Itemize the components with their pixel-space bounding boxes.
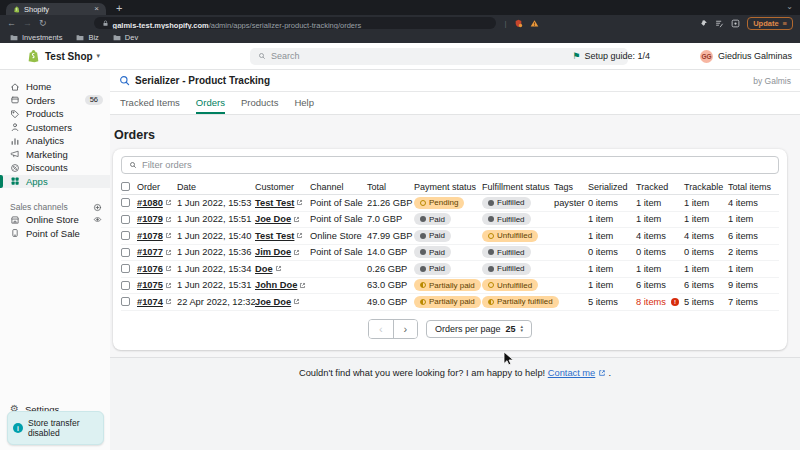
- customer-link[interactable]: Joe Doe: [255, 214, 291, 224]
- cell-trackable: 1 item: [684, 214, 728, 224]
- sidebar-item-online-store[interactable]: Online Store: [0, 213, 110, 227]
- warning-triangle-icon[interactable]: [530, 19, 539, 28]
- contact-me-link[interactable]: Contact me: [548, 368, 596, 378]
- store-transfer-banner[interactable]: iStore transfer disabled: [7, 411, 104, 445]
- url-bar[interactable]: galmis-test.myshopify.com/admin/apps/ser…: [94, 17, 496, 29]
- sidebar-item-customers[interactable]: Customers: [0, 121, 110, 135]
- add-channel-icon[interactable]: [93, 203, 102, 212]
- forward-icon[interactable]: →: [23, 19, 32, 28]
- order-link[interactable]: #1078: [137, 231, 163, 241]
- order-link[interactable]: #1074: [137, 297, 163, 307]
- chevron-down-icon[interactable]: ⌄: [786, 2, 793, 11]
- next-page-button[interactable]: ›: [393, 320, 417, 338]
- tab-orders[interactable]: Orders: [196, 92, 225, 114]
- filter-orders-input[interactable]: Filter orders: [121, 156, 779, 174]
- bookmark-folder[interactable]: Dev: [113, 33, 138, 42]
- new-tab-icon[interactable]: +: [116, 2, 122, 14]
- orders-count-badge: 56: [85, 95, 103, 105]
- sidebar-item-apps[interactable]: Apps: [0, 175, 110, 189]
- sidebar-item-discounts[interactable]: Discounts: [0, 161, 110, 175]
- row-checkbox[interactable]: [121, 215, 130, 224]
- row-checkbox[interactable]: [121, 248, 130, 257]
- reading-list-icon[interactable]: [715, 19, 724, 28]
- prev-page-button[interactable]: ‹: [369, 320, 393, 338]
- customer-link[interactable]: Jim Doe: [255, 247, 291, 257]
- update-button[interactable]: Update≡: [747, 17, 793, 30]
- customer-link[interactable]: Test Test: [255, 231, 294, 241]
- sidebar-item-point-of-sale[interactable]: Point of Sale: [0, 227, 110, 241]
- table-row[interactable]: #1074 22 Apr 2022, 12:32 Joe Doe 49.0 GB…: [121, 294, 779, 311]
- view-store-eye-icon[interactable]: [93, 215, 102, 224]
- table-row[interactable]: #1076 1 Jun 2022, 15:34 Doe 0.26 GBP Pai…: [121, 261, 779, 278]
- row-checkbox[interactable]: [121, 198, 130, 207]
- row-checkbox[interactable]: [121, 231, 130, 240]
- customer-link[interactable]: Joe Doe: [255, 297, 291, 307]
- col-customer[interactable]: Customer: [255, 182, 310, 192]
- close-tab-icon[interactable]: ×: [94, 5, 99, 13]
- sidebar-item-orders[interactable]: Orders56: [0, 94, 110, 108]
- cell-tracked: 4 items!: [636, 231, 684, 241]
- col-serialized[interactable]: Serialized: [588, 182, 636, 192]
- sidebar-item-products[interactable]: Products: [0, 107, 110, 121]
- cell-total: 7.0 GBP: [367, 214, 414, 224]
- table-row[interactable]: #1079 1 Jun 2022, 15:51 Joe Doe Point of…: [121, 212, 779, 229]
- tab-help[interactable]: Help: [294, 92, 314, 114]
- row-checkbox[interactable]: [121, 297, 130, 306]
- col-date[interactable]: Date: [177, 182, 255, 192]
- col-total-items[interactable]: Total items: [728, 182, 779, 192]
- shield-extension-icon[interactable]: [514, 19, 523, 28]
- setup-guide-button[interactable]: ⚑Setup guide: 1/4: [572, 51, 650, 61]
- order-link[interactable]: #1077: [137, 247, 163, 257]
- row-checkbox[interactable]: [121, 264, 130, 273]
- table-row[interactable]: #1075 1 Jun 2022, 15:31 John Doe 63.0 GB…: [121, 278, 779, 295]
- sidebar-item-home[interactable]: Home: [0, 80, 110, 94]
- cell-date: 1 Jun 2022, 15:34: [177, 264, 255, 274]
- col-fulfillment-status[interactable]: Fulfillment status: [482, 182, 554, 192]
- cell-serialized: 1 item: [588, 214, 636, 224]
- status-dot-icon: [488, 216, 494, 222]
- select-all-checkbox[interactable]: [121, 182, 130, 191]
- col-trackable[interactable]: Trackable: [684, 182, 728, 192]
- table-row[interactable]: #1080 1 Jun 2022, 15:53 Test Test Point …: [121, 195, 779, 212]
- store-name[interactable]: Test Shop: [45, 51, 93, 62]
- row-checkbox[interactable]: [121, 281, 130, 290]
- col-channel[interactable]: Channel: [310, 182, 367, 192]
- bookmark-folder[interactable]: Investments: [10, 33, 62, 42]
- customer-link[interactable]: John Doe: [255, 280, 297, 290]
- tab-tracked-items[interactable]: Tracked Items: [120, 92, 180, 114]
- customer-link[interactable]: Doe: [255, 264, 273, 274]
- col-payment-status[interactable]: Payment status: [414, 182, 482, 192]
- cell-trackable: 0 items: [684, 247, 728, 257]
- cell-tracked: 1 item!: [636, 264, 684, 274]
- sidebar-item-marketing[interactable]: Marketing: [0, 148, 110, 162]
- table-row[interactable]: #1077 1 Jun 2022, 15:36 Jim Doe Point of…: [121, 245, 779, 262]
- table-row[interactable]: #1078 1 Jun 2022, 15:40 Test Test Online…: [121, 228, 779, 245]
- point-of-sale-icon: [10, 228, 20, 238]
- browser-tab[interactable]: Shopify ×: [6, 3, 106, 15]
- status-dot-icon: [420, 282, 426, 288]
- col-tags[interactable]: Tags: [554, 182, 588, 192]
- per-page-select[interactable]: Orders per page 25 ▴▾: [426, 320, 532, 338]
- profile-icon[interactable]: [731, 19, 740, 28]
- bookmark-folder[interactable]: Biz: [76, 33, 98, 42]
- customer-link[interactable]: Test Test: [255, 198, 294, 208]
- reload-icon[interactable]: ↻: [39, 19, 47, 28]
- extensions-pin-icon[interactable]: [699, 19, 708, 28]
- cell-channel: Point of Sale: [310, 198, 367, 208]
- order-link[interactable]: #1076: [137, 264, 163, 274]
- col-order[interactable]: Order: [137, 182, 177, 192]
- back-icon[interactable]: ←: [7, 19, 16, 28]
- col-tracked[interactable]: Tracked: [636, 182, 684, 192]
- cell-tracked: 0 items!: [636, 247, 684, 257]
- order-link[interactable]: #1075: [137, 280, 163, 290]
- cell-channel: Point of Sale: [310, 247, 367, 257]
- user-menu[interactable]: GG Giedrius Galminas: [700, 50, 792, 63]
- col-total[interactable]: Total: [367, 182, 414, 192]
- browser-toolbar: ← → ↻ galmis-test.myshopify.com/admin/ap…: [0, 15, 800, 31]
- lock-icon: [102, 20, 109, 27]
- admin-search-input[interactable]: Search: [250, 48, 628, 65]
- sidebar-item-analytics[interactable]: Analytics: [0, 134, 110, 148]
- order-link[interactable]: #1080: [137, 198, 163, 208]
- order-link[interactable]: #1079: [137, 214, 163, 224]
- tab-products[interactable]: Products: [241, 92, 279, 114]
